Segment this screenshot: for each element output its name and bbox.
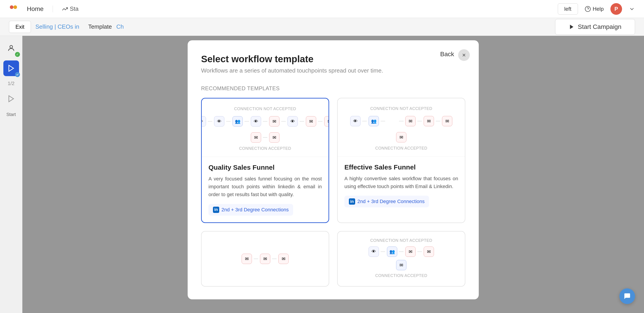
close-icon: [462, 52, 466, 58]
template-card-mixed[interactable]: CONNECTION NOT ACCEPTED 👁 👥 ✉ ✉ ✉ CONNEC…: [337, 231, 465, 286]
check-icon: ✓: [16, 52, 19, 56]
user-avatar[interactable]: P: [610, 3, 622, 15]
flow-row-mixed-top: 👁 👥 ✉ ✉: [368, 246, 434, 257]
node-view-3: 👁: [251, 116, 261, 126]
sidebar-item-person[interactable]: ✓: [3, 40, 19, 56]
app-logo-icon: [9, 4, 18, 14]
node-mixed-view: 👁: [368, 246, 379, 257]
template-card-effective[interactable]: CONNECTION NOT ACCEPTED 👁 👥 ✉ ✉: [337, 98, 465, 223]
svg-point-0: [10, 5, 14, 9]
node-eo-2: ✉: [260, 254, 270, 264]
node-email-eff-1: ✉: [405, 116, 416, 126]
connector-mixed-1: [381, 252, 385, 252]
template-diagram-effective: CONNECTION NOT ACCEPTED 👁 👥 ✉ ✉: [338, 98, 465, 157]
node-mixed-email-1: ✉: [405, 246, 416, 257]
template-prefix: Template: [88, 23, 112, 30]
flow-label-not-accepted-1: CONNECTION NOT ACCEPTED: [234, 106, 296, 111]
workflow-icon: [7, 64, 15, 72]
modal-back-button[interactable]: Back: [440, 50, 454, 58]
modal-subtitle: Workflows are a series of automated touc…: [201, 67, 465, 74]
left-button[interactable]: left: [558, 3, 578, 14]
start-campaign-button[interactable]: Start Campaign: [555, 19, 635, 35]
exit-button[interactable]: Exit: [9, 21, 31, 33]
template-card-quality[interactable]: CONNECTION NOT ACCEPTED 👁 👁 👥 👁 ✉: [201, 98, 329, 223]
node-view-eff-1: 👁: [350, 116, 360, 126]
flow-row-top-1: 👁 👁 👥 👁 ✉ 👁 ✉: [201, 116, 329, 126]
avatar-letter: P: [614, 6, 618, 12]
svg-marker-6: [9, 66, 14, 72]
person-icon: [7, 44, 15, 52]
node-view-2: 👁: [214, 116, 224, 126]
flow-row-top-2: 👁 👥 ✉ ✉ ✉: [350, 116, 452, 126]
help-circle-icon: [585, 6, 591, 12]
connector-3: [244, 121, 249, 122]
flow-label-accepted-4: CONNECTION ACCEPTED: [375, 273, 428, 278]
campaign-title: Selling | CEOs in: [36, 23, 79, 30]
check-active-icon: [16, 73, 19, 76]
connector-mixed-3: [418, 252, 422, 252]
chat-icon: [624, 292, 631, 300]
connector-eff-1: [362, 121, 367, 121]
nav-divider: [52, 6, 53, 12]
modal-header: Select workflow template Workflows are a…: [201, 54, 465, 74]
connector-mixed-2: [399, 252, 404, 252]
flow-label-not-accepted-2: CONNECTION NOT ACCEPTED: [370, 106, 432, 111]
node-email-eff-3: ✉: [442, 116, 452, 126]
node-mixed-email-bot: ✉: [396, 260, 406, 270]
connector-eo-1: [254, 258, 258, 259]
flow-row-bottom-1: ✉ ✉: [251, 132, 280, 142]
svg-point-1: [14, 5, 17, 9]
template-diagram-quality: CONNECTION NOT ACCEPTED 👁 👁 👥 👁 ✉: [202, 98, 328, 157]
connector-5: [281, 121, 286, 122]
template-tag-text-effective: 2nd + 3rd Degree Connections: [358, 198, 424, 204]
help-button[interactable]: Help: [585, 6, 604, 12]
template-name-effective: Effective Sales Funnel: [344, 164, 458, 171]
linkedin-icon-1: in: [213, 207, 219, 213]
svg-marker-7: [9, 96, 14, 102]
template-tag-quality: in 2nd + 3rd Degree Connections: [208, 204, 293, 216]
play-icon: [569, 24, 574, 30]
template-name-quality: Quality Sales Funnel: [208, 164, 322, 171]
connector-eff-3: [399, 121, 404, 121]
check-badge: ✓: [15, 52, 20, 57]
connector-eo-2: [272, 258, 276, 259]
node-connect-eff: 👥: [368, 116, 379, 126]
svg-marker-4: [570, 25, 574, 29]
templates-grid: CONNECTION NOT ACCEPTED 👁 👁 👥 👁 ✉: [201, 98, 465, 286]
connector-6: [300, 121, 304, 122]
step-nav-item[interactable]: Sta: [62, 5, 78, 12]
svg-point-5: [10, 46, 12, 48]
node-email-4: ✉: [251, 132, 261, 142]
logo[interactable]: [9, 4, 18, 14]
node-eo-3: ✉: [278, 254, 289, 264]
node-view-4: 👁: [288, 116, 298, 126]
modal-overlay: Select workflow template Workflows are a…: [22, 36, 644, 313]
home-nav-item[interactable]: Home: [27, 5, 44, 12]
active-badge: [15, 72, 20, 77]
connector-eff-5: [436, 121, 440, 121]
chevron-down-icon[interactable]: [629, 6, 635, 12]
sidebar-item-workflow[interactable]: [3, 60, 19, 76]
template-link[interactable]: Ch: [116, 23, 124, 30]
connector-4: [263, 121, 267, 122]
flow-label-accepted-1: CONNECTION ACCEPTED: [239, 146, 291, 151]
sidebar-item-start[interactable]: [3, 91, 19, 106]
node-email-eff-2: ✉: [424, 116, 434, 126]
template-tag-effective: in 2nd + 3rd Degree Connections: [344, 196, 429, 207]
linkedin-icon-2: in: [349, 198, 355, 205]
modal-close-button[interactable]: [458, 49, 470, 61]
step-nav-icon: [62, 6, 68, 12]
connector-eff-4: [418, 121, 422, 121]
connector-1: [208, 121, 212, 122]
step-nav-label: Sta: [70, 5, 78, 12]
node-email-1: ✉: [269, 116, 280, 126]
template-card-email-only[interactable]: ✉ ✉ ✉: [201, 231, 329, 286]
node-connect-1: 👥: [232, 116, 243, 126]
step-counter: 1/2: [8, 80, 14, 86]
left-button-label: left: [564, 6, 572, 12]
campaign-bar: Exit Selling | CEOs in Template Ch Start…: [0, 18, 644, 36]
template-body-quality: Quality Sales Funnel A very focused sale…: [202, 157, 328, 222]
chat-widget[interactable]: [619, 288, 635, 304]
workflow-modal: Select workflow template Workflows are a…: [188, 40, 479, 299]
exit-button-label: Exit: [16, 24, 24, 30]
